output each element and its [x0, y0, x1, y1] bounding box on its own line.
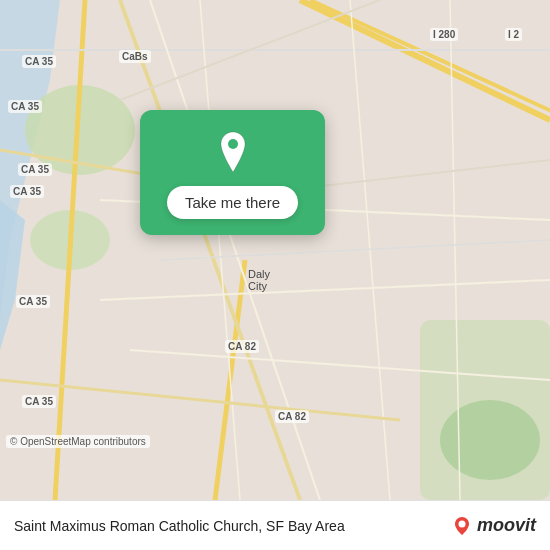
- map-svg: [0, 0, 550, 500]
- location-name: Saint Maximus Roman Catholic Church, SF …: [14, 518, 441, 534]
- svg-point-25: [228, 139, 238, 149]
- moovit-brand-text: moovit: [477, 515, 536, 536]
- svg-point-26: [458, 520, 465, 527]
- road-label-ca35-4: CA 35: [16, 295, 50, 308]
- city-label: DalyCity: [248, 268, 270, 292]
- road-label-i2: I 2: [505, 28, 522, 41]
- road-label-ca82-1: CA 82: [225, 340, 259, 353]
- svg-point-6: [440, 400, 540, 480]
- road-label-ca35-3: CA 35: [10, 185, 44, 198]
- moovit-pin-icon: [451, 515, 473, 537]
- road-label-ca82-2: CA 82: [275, 410, 309, 423]
- bottom-bar: Saint Maximus Roman Catholic Church, SF …: [0, 500, 550, 550]
- pin-icon: [209, 128, 257, 176]
- action-card: Take me there: [140, 110, 325, 235]
- road-label-ca35-1: CA 35: [22, 55, 56, 68]
- road-label-ca35-2: CA 35: [8, 100, 42, 113]
- road-label-ca35-5: CA 35: [22, 395, 56, 408]
- road-label-cabs: CA 35: [18, 163, 52, 176]
- road-label-i280: I 280: [430, 28, 458, 41]
- map-container: CA 35 CA 35 CA 35 CA 35 CA 35 CA 35 CaBs…: [0, 0, 550, 500]
- moovit-logo: moovit: [451, 515, 536, 537]
- map-attribution: © OpenStreetMap contributors: [6, 435, 150, 448]
- road-label-cabs2: CaBs: [119, 50, 151, 63]
- take-me-there-button[interactable]: Take me there: [167, 186, 298, 219]
